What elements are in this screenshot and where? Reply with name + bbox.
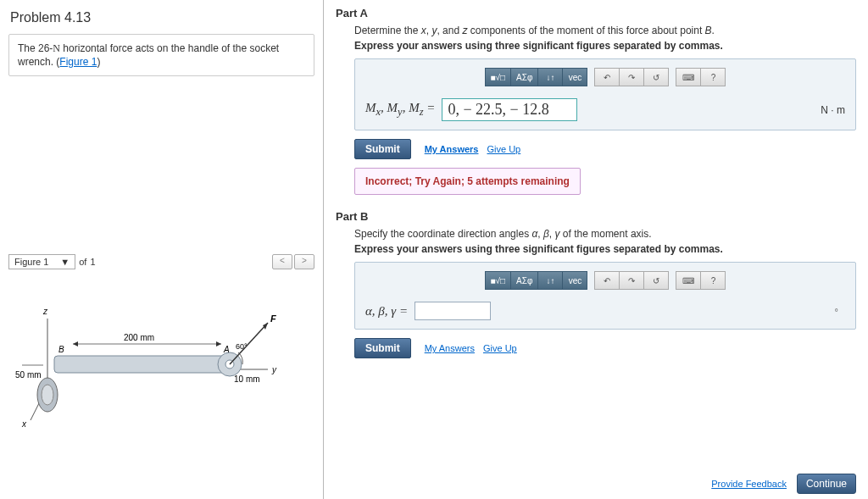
- figure-selector[interactable]: Figure 1 ▼: [8, 254, 75, 269]
- part-b-unit: °: [835, 307, 838, 317]
- reset-button[interactable]: ↺: [643, 68, 669, 86]
- help-button[interactable]: ?: [700, 271, 726, 290]
- axis-y-label: y: [271, 365, 277, 374]
- angle-label: 60°: [236, 342, 248, 351]
- desc-text: The 26-: [18, 42, 53, 54]
- greek-button[interactable]: ΑΣφ: [510, 68, 538, 86]
- part-a-feedback: Incorrect; Try Again; 5 attempts remaini…: [354, 168, 581, 195]
- continue-button[interactable]: Continue: [797, 474, 856, 494]
- equation-toolbar: ■√□ ΑΣφ ↓↑ vec ↶ ↷ ↺ ⌨ ?: [365, 68, 845, 86]
- part-b-my-answers-link[interactable]: My Answers: [425, 343, 475, 353]
- dim-10mm: 10 mm: [234, 374, 260, 384]
- part-b-give-up-link[interactable]: Give Up: [483, 343, 517, 353]
- part-b-instruction: Express your answers using three signifi…: [354, 243, 856, 255]
- undo-button[interactable]: ↶: [594, 271, 620, 290]
- part-b-answer-input[interactable]: [415, 302, 491, 320]
- figure-prev-button[interactable]: <: [272, 254, 292, 269]
- point-B-label: B: [58, 345, 64, 354]
- part-a-submit-button[interactable]: Submit: [354, 139, 411, 159]
- svg-marker-12: [216, 341, 221, 347]
- part-a-answer-input[interactable]: 0, − 22.5, − 12.8: [442, 98, 577, 121]
- problem-description: The 26-N horizontal force acts on the ha…: [8, 34, 314, 76]
- undo-button[interactable]: ↶: [594, 68, 620, 86]
- chevron-down-icon: ▼: [60, 257, 70, 267]
- dim-200mm: 200 mm: [124, 333, 154, 342]
- part-b-desc: Specify the coordinate direction angles …: [354, 228, 856, 240]
- part-a-give-up-link[interactable]: Give Up: [487, 144, 520, 154]
- part-a-answer-frame: ■√□ ΑΣφ ↓↑ vec ↶ ↷ ↺ ⌨ ? Mx, My, Mz = 0,…: [354, 58, 856, 130]
- figure-of-text: of: [79, 257, 86, 267]
- keyboard-button[interactable]: ⌨: [676, 271, 701, 290]
- part-a-unit: N · m: [821, 104, 845, 116]
- force-F-label: F: [270, 313, 276, 324]
- keyboard-button[interactable]: ⌨: [676, 68, 701, 86]
- figure-select-label: Figure 1: [14, 257, 48, 267]
- part-a-answer-label: Mx, My, Mz =: [365, 101, 435, 119]
- redo-button[interactable]: ↷: [619, 68, 644, 86]
- figure-total: 1: [90, 257, 95, 267]
- equation-toolbar-b: ■√□ ΑΣφ ↓↑ vec ↶ ↷ ↺ ⌨ ?: [365, 271, 845, 290]
- point-A-label: A: [223, 345, 230, 354]
- svg-point-4: [42, 385, 53, 405]
- figure-next-button[interactable]: >: [294, 254, 314, 269]
- subsup-button[interactable]: ↓↑: [537, 68, 563, 86]
- svg-rect-5: [54, 356, 232, 373]
- provide-feedback-link[interactable]: Provide Feedback: [711, 479, 787, 489]
- part-b-answer-frame: ■√□ ΑΣφ ↓↑ vec ↶ ↷ ↺ ⌨ ? α, β, γ = °: [354, 262, 856, 330]
- part-a-desc: Determine the x, y, and z components of …: [354, 25, 856, 36]
- vec-button[interactable]: vec: [562, 271, 587, 290]
- axis-z-label: z: [42, 307, 48, 316]
- part-a-my-answers-link[interactable]: My Answers: [425, 144, 479, 154]
- desc-end: ): [97, 56, 100, 68]
- templates-button[interactable]: ■√□: [485, 271, 512, 290]
- svg-marker-9: [263, 323, 268, 330]
- figure-link[interactable]: Figure 1: [59, 56, 97, 68]
- dim-50mm: 50 mm: [15, 370, 42, 380]
- force-unit: N: [53, 42, 60, 54]
- axis-x-label: x: [21, 419, 27, 429]
- part-a-instruction: Express your answers using three signifi…: [354, 40, 856, 52]
- svg-marker-11: [73, 341, 78, 347]
- greek-button[interactable]: ΑΣφ: [510, 271, 538, 290]
- templates-button[interactable]: ■√□: [485, 68, 512, 86]
- figure-image: x z y F 60° B A 200 mm: [8, 285, 314, 431]
- problem-title: Problem 4.13: [10, 10, 314, 25]
- help-button[interactable]: ?: [700, 68, 726, 86]
- part-b-title: Part B: [336, 210, 856, 223]
- part-b-submit-button[interactable]: Submit: [354, 338, 411, 358]
- vec-button[interactable]: vec: [562, 68, 587, 86]
- part-b-answer-label: α, β, γ =: [365, 304, 408, 319]
- reset-button[interactable]: ↺: [643, 271, 669, 290]
- part-a-title: Part A: [336, 7, 856, 19]
- subsup-button[interactable]: ↓↑: [537, 271, 563, 290]
- redo-button[interactable]: ↷: [619, 271, 644, 290]
